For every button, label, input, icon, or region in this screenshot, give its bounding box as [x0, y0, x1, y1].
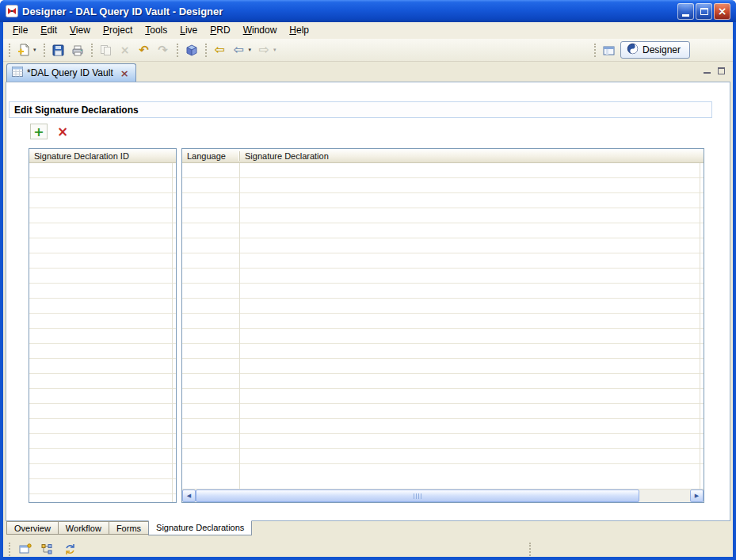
table-row [182, 359, 704, 374]
menu-prd[interactable]: PRD [204, 23, 236, 38]
table-row [29, 314, 176, 329]
copy-button[interactable] [97, 41, 115, 59]
forward-button[interactable]: ⇨ [255, 41, 273, 59]
horizontal-scrollbar[interactable]: ◀ ▶ [182, 489, 704, 502]
new-window-icon[interactable] [17, 540, 34, 557]
table-row [29, 163, 176, 178]
table-row [29, 253, 176, 269]
back-button[interactable]: ⇦ [231, 41, 248, 59]
table-row [29, 434, 176, 449]
bottom-tab-signature-declarations[interactable]: Signature Declarations [148, 520, 252, 535]
undo-button[interactable]: ↶ [135, 41, 153, 59]
last-edit-location-button[interactable]: ⇦ [212, 41, 229, 59]
tree-view-icon[interactable] [39, 540, 56, 557]
toolbar-grip[interactable] [9, 44, 10, 57]
designer-perspective-label: Designer [643, 44, 681, 55]
table-row [182, 449, 704, 464]
sync-icon[interactable] [61, 540, 78, 557]
editor-tab-title: *DAL Query ID Vault [27, 67, 113, 78]
redo-button[interactable]: ↷ [154, 41, 172, 59]
maximize-view-icon[interactable] [718, 67, 725, 74]
table-row [182, 404, 704, 419]
designer-perspective-button[interactable]: Designer [620, 41, 690, 59]
minimize-view-icon[interactable] [704, 68, 711, 74]
bottom-tab-overview[interactable]: Overview [6, 521, 59, 535]
column-divider [700, 163, 700, 489]
module-button[interactable] [183, 41, 200, 59]
toolbar-grip[interactable] [9, 543, 10, 556]
scroll-right-button[interactable]: ▶ [690, 490, 704, 502]
table-row [182, 269, 704, 284]
close-icon: × [718, 6, 727, 17]
menu-help[interactable]: Help [283, 23, 315, 38]
menu-project[interactable]: Project [97, 23, 139, 38]
save-button[interactable] [50, 41, 67, 59]
column-header-signature-declaration[interactable]: Signature Declaration [239, 151, 704, 161]
forward-dropdown-icon[interactable]: ▾ [273, 47, 276, 53]
remove-signature-button[interactable]: × [54, 124, 71, 139]
page-tabs: OverviewWorkflowFormsSignature Declarati… [6, 521, 251, 537]
table-row [182, 163, 704, 178]
main-toolbar: ▾ × ↶ ↷ ⇦ ⇦ ▾ ⇨ ▾ [3, 39, 733, 62]
signature-id-table: Signature Declaration ID [29, 148, 177, 503]
table-row [29, 178, 176, 193]
new-dropdown-icon[interactable]: ▾ [33, 47, 36, 53]
bottom-tab-forms[interactable]: Forms [109, 521, 149, 535]
app-window: Designer - DAL Query ID Vault - Designer… [0, 0, 736, 560]
new-button[interactable] [15, 41, 32, 59]
window-controls: × [676, 3, 730, 20]
signature-id-table-header[interactable]: Signature Declaration ID [29, 149, 176, 163]
maximize-icon [700, 8, 708, 15]
scrollbar-thumb[interactable] [196, 490, 639, 502]
signature-declaration-table-header[interactable]: Language Signature Declaration [182, 149, 704, 163]
remove-icon: × [57, 124, 68, 139]
menu-live[interactable]: Live [174, 23, 204, 38]
bottom-tab-workflow[interactable]: Workflow [58, 521, 109, 535]
table-row [29, 193, 176, 208]
table-row [182, 314, 704, 329]
toolbar-grip[interactable] [529, 543, 531, 556]
maximize-button[interactable] [696, 3, 712, 20]
column-header-signature-declaration-id[interactable]: Signature Declaration ID [29, 151, 129, 161]
table-row [29, 389, 176, 404]
column-header-language[interactable]: Language [182, 151, 239, 161]
scroll-left-button[interactable]: ◀ [182, 490, 196, 502]
menu-tools[interactable]: Tools [139, 23, 174, 38]
table-row [29, 419, 176, 434]
window-title: Designer - DAL Query ID Vault - Designer [22, 6, 676, 17]
minimize-icon [682, 14, 689, 17]
add-icon: + [33, 124, 44, 139]
table-row [182, 374, 704, 389]
menu-edit[interactable]: Edit [34, 23, 63, 38]
delete-button[interactable]: × [116, 41, 134, 59]
table-row [29, 344, 176, 359]
editor-tab-close-icon[interactable]: × [120, 67, 129, 79]
editor-tab[interactable]: *DAL Query ID Vault × [6, 63, 136, 82]
minimize-button[interactable] [677, 3, 694, 20]
signature-id-table-body[interactable] [29, 163, 176, 502]
signature-declaration-table-body[interactable] [182, 163, 704, 489]
table-row [182, 193, 704, 208]
column-divider [239, 163, 240, 489]
table-row [182, 329, 704, 344]
window-body: FileEditViewProjectToolsLivePRDWindowHel… [3, 22, 733, 557]
table-row [182, 223, 704, 238]
table-row [182, 434, 704, 449]
menu-view[interactable]: View [63, 23, 97, 38]
menu-window[interactable]: Window [237, 23, 284, 38]
add-signature-button[interactable]: + [30, 124, 48, 139]
print-button[interactable] [69, 41, 86, 59]
toolbar-separator [91, 44, 93, 57]
menu-file[interactable]: File [6, 23, 34, 38]
titlebar[interactable]: Designer - DAL Query ID Vault - Designer… [0, 0, 736, 22]
table-row [182, 419, 704, 434]
table-row [182, 344, 704, 359]
column-divider [172, 163, 173, 502]
back-dropdown-icon[interactable]: ▾ [249, 47, 252, 53]
section-heading-box: Edit Signature Declarations [9, 101, 712, 118]
close-button[interactable]: × [714, 3, 730, 20]
table-row [182, 208, 704, 223]
table-row [182, 238, 704, 253]
open-perspective-button[interactable] [601, 41, 618, 59]
table-row [29, 223, 176, 238]
